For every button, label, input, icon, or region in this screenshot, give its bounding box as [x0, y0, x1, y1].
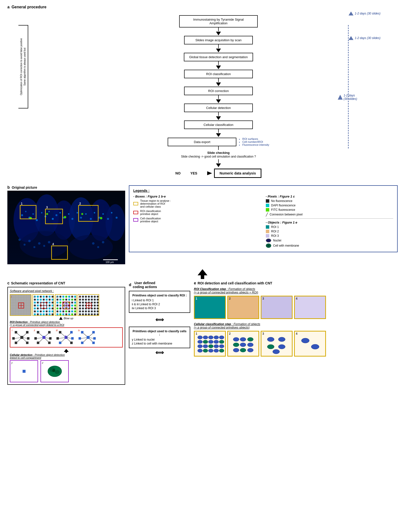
svg-point-157 [74, 302, 76, 304]
legend-item-purple: Cell classification primitive object [133, 217, 261, 223]
section-d-title: User defined coding actions [133, 281, 157, 289]
svg-point-40 [69, 235, 113, 259]
cell-box-y-svg [14, 363, 34, 380]
svg-rect-265 [48, 331, 51, 333]
slide-check-text: Slide checking Slide checking -> good ce… [181, 151, 256, 158]
svg-text:2: 2 [79, 202, 81, 205]
svg-point-31 [107, 218, 109, 220]
pixel-box-4: iv [78, 294, 99, 316]
svg-point-124 [49, 310, 51, 312]
svg-rect-255 [15, 342, 17, 344]
cell-box-4-num: 4 [296, 332, 297, 335]
legend-columns: - Boxes : Figure 1 b-e Tissue region to … [133, 195, 393, 249]
section-c-box: Software analysed pixel network : [7, 287, 125, 385]
svg-point-339 [273, 349, 280, 354]
svg-point-185 [74, 313, 76, 315]
svg-point-90 [52, 296, 54, 298]
svg-marker-0 [349, 12, 353, 15]
flow-arrowhead-6 [216, 116, 221, 120]
svg-point-210 [94, 302, 96, 304]
yellow-box-icon [133, 202, 138, 205]
svg-point-48 [92, 242, 94, 245]
svg-point-15 [41, 212, 42, 213]
export-item-3: Fluorescence intensity [242, 143, 269, 146]
tissue-svg: 1 2 3 4 100 μm [7, 191, 125, 264]
svg-rect-59 [103, 259, 118, 260]
svg-point-324 [214, 349, 219, 352]
svg-rect-278 [59, 331, 61, 333]
svg-point-95 [46, 299, 48, 301]
graph-i-label: i [12, 329, 12, 332]
section-d: d User defined coding actions Primitives… [128, 281, 191, 357]
graph-i: i [11, 329, 32, 346]
svg-marker-3 [207, 171, 212, 175]
cell-box-y-label: y [11, 361, 13, 364]
svg-point-37 [81, 213, 83, 215]
svg-rect-251 [15, 331, 17, 333]
svg-point-119 [34, 310, 36, 312]
svg-point-110 [49, 305, 51, 306]
svg-point-314 [214, 340, 219, 344]
svg-point-318 [208, 345, 213, 348]
flow-box-tissue: Global tissue detection and segmentation [184, 53, 253, 61]
svg-point-49 [97, 246, 99, 248]
svg-point-36 [64, 216, 66, 218]
blowup-arrow [59, 317, 63, 320]
bottom-sections: c Schematic representation of CNT Softwa… [7, 281, 398, 385]
cell-box-z-svg [45, 363, 65, 380]
svg-point-328 [247, 337, 253, 341]
svg-marker-2 [338, 95, 343, 100]
svg-point-179 [56, 313, 58, 315]
svg-point-111 [52, 305, 54, 306]
software-title: Software analysed pixel network : [10, 289, 123, 293]
svg-point-315 [219, 340, 224, 344]
flow-arrowhead-7 [216, 133, 221, 137]
svg-point-125 [52, 310, 54, 312]
cell-detect-title: Cellular detection : Primitive object de… [10, 353, 123, 359]
svg-text:3: 3 [46, 206, 48, 209]
svg-point-163 [71, 305, 73, 306]
flow-arrow-6 [218, 112, 219, 116]
section-a-title: General procedure [12, 5, 46, 9]
svg-point-121 [40, 310, 42, 312]
svg-point-203 [94, 299, 96, 301]
svg-rect-298 [81, 342, 83, 344]
section-e-title: ROI detection and cell classification wi… [198, 281, 272, 285]
svg-point-24 [77, 212, 78, 213]
side-brace-text: Same algorithm is always used butOptimiz… [18, 25, 28, 108]
cell-coding-box-title: Primitives object used to classify cells… [132, 330, 187, 336]
svg-point-146 [62, 299, 64, 301]
svg-point-44 [33, 246, 35, 248]
legend-item-red: ROI classification primitive object [133, 210, 261, 215]
svg-point-340 [301, 338, 309, 343]
svg-point-19 [55, 214, 57, 216]
cell-box-2: 2 [227, 331, 259, 357]
flow-arrowhead-9 [216, 163, 221, 167]
cell-box-4: 4 [294, 331, 326, 357]
flow-box-cell-class: Cellular classification [184, 120, 253, 129]
svg-rect-297 [93, 337, 96, 340]
svg-point-181 [62, 313, 64, 315]
section-c: c Schematic representation of CNT Softwa… [7, 281, 125, 385]
cell-box-1: 1 [194, 331, 226, 357]
svg-point-144 [56, 299, 58, 301]
svg-point-172 [56, 310, 58, 312]
svg-point-224 [94, 307, 96, 309]
svg-point-239 [97, 313, 99, 315]
flow-arrowhead-3 [216, 66, 221, 69]
cell-box-z: z [40, 360, 69, 382]
time-annotation-3: 1-2 days (30 slides) [338, 94, 357, 101]
svg-point-138 [59, 296, 61, 298]
roi-box-2: 2 [227, 296, 259, 319]
pixel-box-4-svg [78, 295, 99, 316]
svg-point-236 [88, 313, 90, 315]
svg-point-177 [71, 310, 73, 312]
svg-point-93 [40, 299, 42, 301]
svg-point-320 [219, 345, 224, 348]
svg-point-228 [85, 310, 87, 312]
cell-detect-arrow [10, 349, 123, 353]
svg-point-227 [82, 310, 84, 312]
blowup-label: Blow up [64, 317, 73, 320]
svg-point-156 [71, 302, 73, 304]
graph-iii: y z iii [55, 329, 77, 346]
